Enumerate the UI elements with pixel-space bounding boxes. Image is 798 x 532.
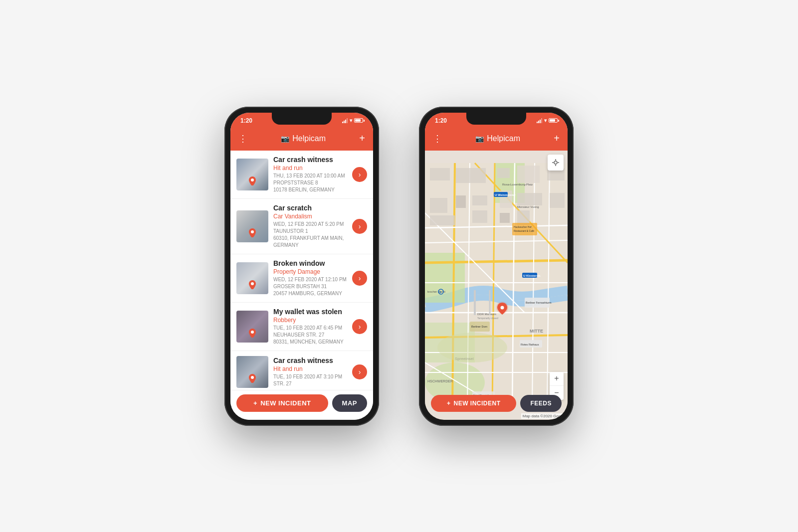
svg-rect-11 xyxy=(456,168,486,183)
feeds-button[interactable]: FEEDS xyxy=(520,395,562,412)
new-incident-button-2[interactable]: + NEW INCIDENT xyxy=(431,395,516,412)
svg-rect-10 xyxy=(430,168,450,180)
svg-text:Rosa-Luxemburg-Platz: Rosa-Luxemburg-Platz xyxy=(502,183,533,186)
incident-info-1: Car scratchCar VandalismWED, 12 FEB 2020… xyxy=(273,204,347,249)
svg-text:U Klosterstr.: U Klosterstr. xyxy=(523,274,541,277)
svg-rect-15 xyxy=(430,198,447,213)
incident-info-2: Broken windowProperty DamageWED, 12 FEB … xyxy=(273,259,347,297)
chevron-button-4[interactable]: › xyxy=(352,364,367,379)
svg-point-4 xyxy=(251,376,254,379)
incident-meta-2: WED, 12 FEB 2020 AT 12:10 PM GROSER BURS… xyxy=(273,276,347,297)
incident-meta-1: WED, 12 FEB 2020 AT 5:20 PM TAUNUSTOR 1 … xyxy=(273,221,347,249)
wifi-icon: ▾ xyxy=(350,118,352,123)
incident-thumb-0 xyxy=(236,159,268,190)
incident-item-0[interactable]: Car crash witnessHit and runTHU, 13 FEB … xyxy=(230,151,373,199)
svg-text:Restaurant & Café: Restaurant & Café xyxy=(514,229,534,232)
incidents-list: Car crash witnessHit and runTHU, 13 FEB … xyxy=(230,151,373,390)
incident-info-0: Car crash witnessHit and runTHU, 13 FEB … xyxy=(273,156,347,193)
app-title-2: 📷 Helpicam xyxy=(475,134,520,143)
add-button-1[interactable]: + xyxy=(359,133,365,144)
app-title-1: 📷 Helpicam xyxy=(281,134,326,143)
svg-point-52 xyxy=(501,306,504,309)
svg-rect-22 xyxy=(472,210,487,223)
map-button-1[interactable]: MAP xyxy=(332,394,367,412)
svg-text:Berliner Fernsehturm: Berliner Fernsehturm xyxy=(526,301,552,304)
svg-rect-16 xyxy=(456,195,466,208)
svg-rect-13 xyxy=(517,166,540,183)
incident-type-4: Hit and run xyxy=(273,365,347,372)
pin-icon-3 xyxy=(249,329,256,338)
incident-item-4[interactable]: Car crash witnessHit and runTUE, 10 FEB … xyxy=(230,351,373,390)
chevron-button-3[interactable]: › xyxy=(352,319,367,334)
incident-meta-0: THU, 13 FEB 2020 AT 10:00 AM PROPSTSTRAS… xyxy=(273,173,347,193)
location-button[interactable] xyxy=(548,155,564,171)
new-incident-label-1: NEW INCIDENT xyxy=(260,399,311,407)
app-bar-1: ⋮ 📷 Helpicam + xyxy=(230,127,373,151)
incident-meta-4: TUE, 10 FEB 2020 AT 3:10 PM STR. 27 xyxy=(273,373,347,387)
svg-text:Rotes Rathaus: Rotes Rathaus xyxy=(521,343,539,346)
incident-thumb-4 xyxy=(236,356,268,388)
wifi-icon-2: ▾ xyxy=(544,118,547,123)
svg-text:Temporarily closed: Temporarily closed xyxy=(477,317,498,320)
app-name-1: Helpicam xyxy=(292,134,326,143)
incident-type-2: Property Damage xyxy=(273,268,347,275)
status-bar-1: 1:20 ▾ xyxy=(230,113,373,127)
svg-point-55 xyxy=(554,161,557,164)
chevron-button-0[interactable]: › xyxy=(352,167,367,182)
incident-type-3: Robbery xyxy=(273,317,347,324)
add-button-2[interactable]: + xyxy=(554,133,560,144)
new-incident-label-2: NEW INCIDENT xyxy=(454,400,501,407)
incident-item-3[interactable]: My wallet was stolenRobberyTUE, 10 FEB 2… xyxy=(230,303,373,351)
chevron-button-1[interactable]: › xyxy=(352,219,367,234)
incident-thumb-2 xyxy=(236,262,268,294)
incident-info-4: Car crash witnessHit and runTUE, 10 FEB … xyxy=(273,356,347,387)
svg-text:Monsieur Vuong: Monsieur Vuong xyxy=(517,205,539,208)
helpicam-icon-2: 📷 xyxy=(475,135,484,143)
incident-type-0: Hit and run xyxy=(273,165,347,172)
phone-2: 1:20 ▾ ⋮ 📷 Helpicam + xyxy=(419,107,574,426)
svg-text:MITTE: MITTE xyxy=(530,329,543,334)
map-background: Rosa-Luxemburg-Platz Monsieur Vuong U We… xyxy=(425,151,568,420)
svg-text:DDR Museum: DDR Museum xyxy=(477,313,496,316)
status-bar-2: 1:20 ▾ xyxy=(425,113,568,127)
plus-icon-1: + xyxy=(253,399,257,407)
new-incident-button-1[interactable]: + NEW INCIDENT xyxy=(236,394,328,412)
incident-thumb-1 xyxy=(236,210,268,242)
phone-2-screen: 1:20 ▾ ⋮ 📷 Helpicam + xyxy=(425,113,568,420)
signal-icon-2 xyxy=(537,118,542,123)
svg-rect-12 xyxy=(497,168,510,178)
incident-item-1[interactable]: Car scratchCar VandalismWED, 12 FEB 2020… xyxy=(230,199,373,254)
menu-button-2[interactable]: ⋮ xyxy=(433,133,442,144)
pin-icon-1 xyxy=(249,228,256,237)
incident-title-4: Car crash witness xyxy=(273,356,347,364)
signal-icon xyxy=(342,118,348,123)
status-icons-1: ▾ xyxy=(342,118,363,123)
svg-rect-17 xyxy=(472,195,487,205)
zoom-in-button[interactable]: + xyxy=(550,372,564,386)
svg-rect-19 xyxy=(517,193,542,205)
helpicam-icon-1: 📷 xyxy=(281,135,289,143)
incident-type-1: Car Vandalism xyxy=(273,213,347,220)
svg-rect-23 xyxy=(500,213,510,223)
incident-meta-3: TUE, 10 FEB 2020 AT 6:45 PM NEUHAUSER ST… xyxy=(273,325,347,346)
bottom-bar-2: + NEW INCIDENT FEEDS xyxy=(425,391,568,420)
incident-title-3: My wallet was stolen xyxy=(273,308,347,316)
bottom-bar-1: + NEW INCIDENT MAP xyxy=(230,390,373,420)
app-name-2: Helpicam xyxy=(487,134,520,143)
incident-title-0: Car crash witness xyxy=(273,156,347,164)
svg-text:HSCHWERDER: HSCHWERDER xyxy=(427,379,453,383)
incident-item-2[interactable]: Broken windowProperty DamageWED, 12 FEB … xyxy=(230,254,373,303)
incident-info-3: My wallet was stolenRobberyTUE, 10 FEB 2… xyxy=(273,308,347,346)
svg-point-3 xyxy=(251,331,254,334)
menu-button-1[interactable]: ⋮ xyxy=(238,133,247,144)
status-time-2: 1:20 xyxy=(435,117,447,124)
phone-1-screen: 1:20 ▾ ⋮ 📷 Helpicam + Car cr xyxy=(230,113,373,420)
incident-title-1: Car scratch xyxy=(273,204,347,212)
pin-icon-2 xyxy=(249,280,256,289)
app-bar-2: ⋮ 📷 Helpicam + xyxy=(425,127,568,151)
map-container[interactable]: Rosa-Luxemburg-Platz Monsieur Vuong U We… xyxy=(425,151,568,420)
incident-title-2: Broken window xyxy=(273,259,347,267)
battery-icon xyxy=(354,118,363,123)
chevron-button-2[interactable]: › xyxy=(352,271,367,286)
svg-rect-20 xyxy=(550,193,565,208)
